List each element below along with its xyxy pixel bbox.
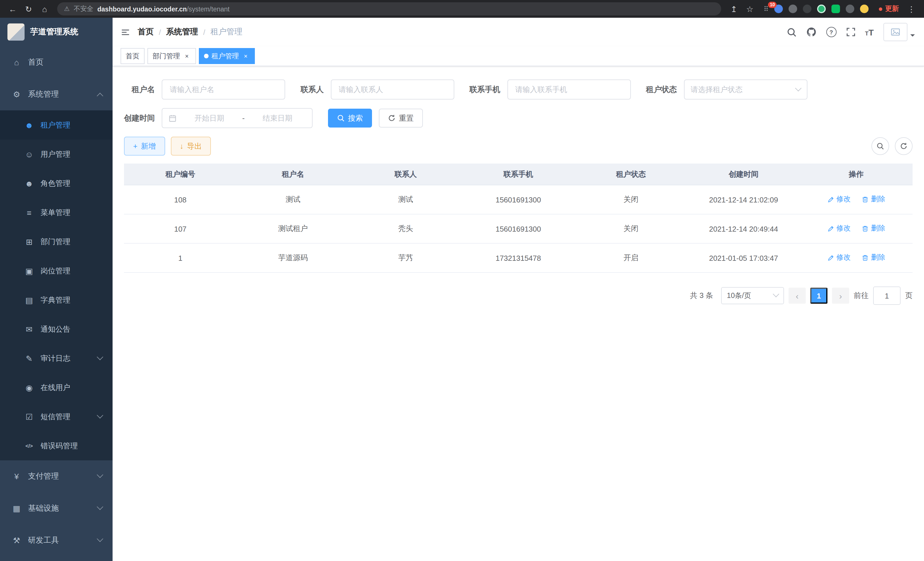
- date-separator: -: [242, 114, 245, 122]
- date-range-picker[interactable]: 开始日期 - 结束日期: [162, 108, 313, 128]
- table-row: 107 测试租户 秃头 15601691300 关闭 2021-12-14 20…: [124, 214, 913, 243]
- sidebar-item-label: 短信管理: [40, 411, 70, 422]
- audit-log-icon: ✎: [24, 354, 34, 363]
- sidebar-item-audit-log[interactable]: ✎ 审计日志: [0, 344, 112, 373]
- sidebar-item-label: 首页: [28, 57, 44, 68]
- total-count: 共 3 条: [690, 290, 713, 301]
- contact-input[interactable]: [338, 85, 447, 94]
- update-button[interactable]: 更新: [875, 4, 902, 14]
- home-icon[interactable]: ⌂: [38, 2, 51, 16]
- page: ← ↻ ⌂ ⚠ 不安全 dashboard.yudao.iocoder.cn/s…: [0, 0, 924, 561]
- sidebar-item-label: 菜单管理: [40, 207, 70, 218]
- url-host: dashboard.yudao.iocoder.cn: [98, 5, 187, 12]
- header-actions: ? TT: [787, 23, 915, 41]
- sidebar-item-dept-management[interactable]: ⊞ 部门管理: [0, 227, 112, 256]
- user-avatar[interactable]: [884, 23, 915, 41]
- sidebar-item-payment-management[interactable]: ¥ 支付管理: [0, 460, 112, 492]
- extension-grid-icon[interactable]: ⠿10: [764, 5, 769, 13]
- back-icon[interactable]: ←: [6, 2, 20, 16]
- sidebar-item-role-management[interactable]: ☻ 角色管理: [0, 169, 112, 198]
- edit-button[interactable]: 修改: [827, 195, 850, 205]
- delete-button[interactable]: 删除: [862, 253, 885, 263]
- next-page-button[interactable]: ›: [832, 288, 849, 304]
- caret-down-icon: [910, 34, 915, 39]
- sidebar-item-post-management[interactable]: ▣ 岗位管理: [0, 256, 112, 285]
- sidebar-item-error-code-management[interactable]: </> 错误码管理: [0, 431, 112, 460]
- extension-icon[interactable]: [789, 5, 797, 13]
- cell-mobile: 15601691300: [462, 185, 574, 214]
- sidebar-item-label: 用户管理: [40, 149, 70, 159]
- fullscreen-icon[interactable]: [846, 27, 855, 37]
- sidebar-item-sms-management[interactable]: ☑ 短信管理: [0, 402, 112, 431]
- font-size-big: T: [868, 27, 874, 37]
- profile-avatar-icon[interactable]: [860, 5, 868, 13]
- tab-dept-management[interactable]: 部门管理 ×: [147, 48, 196, 64]
- address-bar[interactable]: ⚠ 不安全 dashboard.yudao.iocoder.cn/system/…: [57, 2, 721, 15]
- extension-icon[interactable]: [817, 5, 826, 13]
- sidebar-item-label: 角色管理: [40, 178, 70, 188]
- roles-icon: ☻: [24, 179, 34, 188]
- extension-icon[interactable]: [803, 5, 812, 13]
- breadcrumb-system[interactable]: 系统管理: [166, 27, 198, 37]
- edit-button[interactable]: 修改: [827, 224, 850, 234]
- refresh-icon: [900, 142, 908, 150]
- close-icon[interactable]: ×: [183, 52, 191, 60]
- close-icon[interactable]: ×: [242, 52, 250, 60]
- page-number-1[interactable]: 1: [810, 288, 827, 304]
- sidebar-item-system-management[interactable]: ⚙ 系统管理: [0, 78, 112, 110]
- hamburger-icon[interactable]: [122, 28, 129, 36]
- help-icon[interactable]: ?: [826, 27, 836, 37]
- bookmark-star-icon[interactable]: ☆: [743, 2, 757, 16]
- cell-tenant-name: 测试租户: [237, 214, 349, 243]
- cell-tenant-name: 芋道源码: [237, 243, 349, 272]
- tab-home[interactable]: 首页: [121, 48, 145, 64]
- sidebar-item-dev-tools[interactable]: ⚒ 研发工具: [0, 524, 112, 556]
- cell-mobile: 17321315478: [462, 243, 574, 272]
- reset-button[interactable]: 重置: [379, 109, 423, 128]
- breadcrumb-home[interactable]: 首页: [138, 27, 154, 37]
- mobile-input-wrap: [507, 80, 631, 99]
- edit-label: 修改: [836, 253, 850, 263]
- delete-button[interactable]: 删除: [862, 195, 885, 205]
- logo[interactable]: 芋道管理系统: [0, 18, 112, 46]
- sidebar-item-notice[interactable]: ✉ 通知公告: [0, 314, 112, 344]
- sidebar-item-menu-management[interactable]: ≡ 菜单管理: [0, 198, 112, 227]
- tenant-name-input[interactable]: [169, 85, 278, 94]
- search-icon: [337, 114, 345, 122]
- goto-page-input[interactable]: [873, 287, 901, 305]
- sidebar-item-tenant-management[interactable]: ☻ 租户管理: [0, 110, 112, 140]
- export-button[interactable]: ↓ 导出: [171, 137, 211, 156]
- browser-menu-icon[interactable]: ⋮: [904, 2, 918, 16]
- prev-page-button[interactable]: ‹: [789, 288, 806, 304]
- tab-label: 租户管理: [212, 51, 239, 61]
- search-icon[interactable]: [787, 27, 796, 37]
- search-button[interactable]: 搜索: [328, 109, 372, 128]
- sidebar-item-dict-management[interactable]: ▤ 字典管理: [0, 285, 112, 314]
- sidebar-item-home[interactable]: ⌂ 首页: [0, 46, 112, 78]
- github-icon[interactable]: [806, 27, 816, 37]
- calendar-icon: [169, 114, 177, 122]
- status-select[interactable]: 请选择租户状态: [684, 80, 807, 99]
- extension-icon[interactable]: [831, 5, 840, 13]
- logo-image: [8, 23, 25, 41]
- mobile-input[interactable]: [514, 85, 624, 94]
- sidebar-item-online-users[interactable]: ◉ 在线用户: [0, 373, 112, 402]
- reload-icon[interactable]: ↻: [22, 2, 35, 16]
- sidebar-item-infrastructure[interactable]: ▦ 基础设施: [0, 492, 112, 524]
- edit-label: 修改: [836, 224, 850, 234]
- font-size-icon[interactable]: TT: [865, 27, 874, 37]
- cell-actions: 修改 删除: [800, 214, 913, 243]
- page-size-select[interactable]: 10条/页: [721, 287, 784, 304]
- breadcrumb-current: 租户管理: [211, 27, 243, 37]
- url-text: dashboard.yudao.iocoder.cn/system/tenant: [98, 5, 230, 12]
- tab-tenant-management[interactable]: 租户管理 ×: [199, 48, 255, 64]
- sidebar-item-user-management[interactable]: ☺ 用户管理: [0, 140, 112, 169]
- add-button[interactable]: + 新增: [124, 137, 165, 156]
- toggle-search-button[interactable]: [872, 137, 889, 155]
- extensions-puzzle-icon[interactable]: [846, 5, 854, 13]
- refresh-button[interactable]: [895, 137, 913, 155]
- edit-button[interactable]: 修改: [827, 253, 850, 263]
- extensions-bar: ⠿10: [764, 5, 868, 13]
- delete-button[interactable]: 删除: [862, 224, 885, 234]
- share-icon[interactable]: ↥: [727, 2, 741, 16]
